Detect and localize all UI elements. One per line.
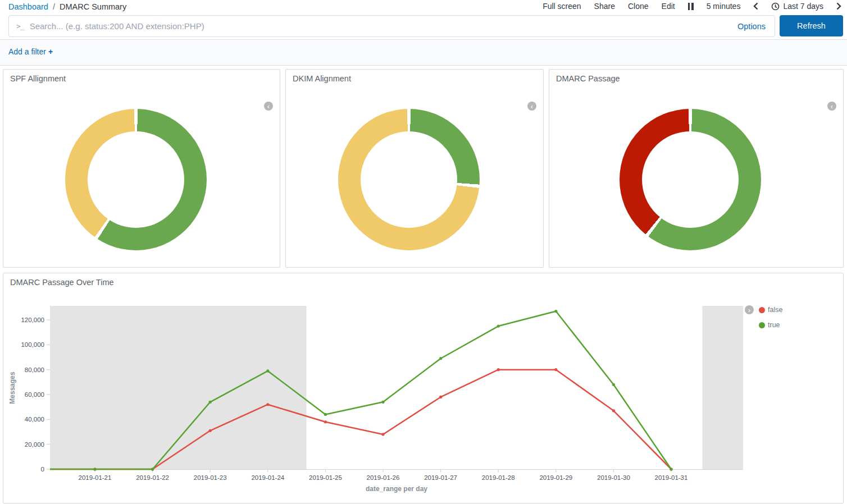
breadcrumb-separator: / — [53, 2, 55, 11]
filter-bar: Add a filter+ — [0, 39, 847, 66]
chevron-right-icon: › — [748, 306, 750, 314]
legend-collapse-button[interactable]: ‹ — [527, 102, 536, 111]
svg-text:2019-01-29: 2019-01-29 — [539, 474, 572, 481]
dkim-alignment-panel: DKIM Alignment ‹ — [285, 69, 544, 268]
svg-text:2019-01-25: 2019-01-25 — [309, 474, 342, 481]
query-prompt-icon: >_ — [16, 22, 24, 30]
nav-actions: Full screen Share Clone Edit 5 minutes L… — [543, 2, 841, 11]
legend-label: false — [768, 306, 782, 314]
svg-text:2019-01-22: 2019-01-22 — [136, 474, 169, 481]
svg-text:2019-01-24: 2019-01-24 — [251, 474, 284, 481]
chevron-left-icon: ‹ — [831, 103, 833, 110]
svg-text:40,000: 40,000 — [25, 416, 44, 423]
refresh-button[interactable]: Refresh — [780, 15, 843, 36]
legend-item-false[interactable]: false — [759, 306, 782, 314]
spf-alignment-panel: SPF Allignment ‹ — [3, 69, 280, 268]
time-forward-chevron-icon[interactable] — [836, 2, 841, 10]
top-nav-bar: Dashboard / DMARC Summary Full screen Sh… — [0, 0, 847, 14]
svg-text:0: 0 — [41, 466, 44, 473]
svg-text:2019-01-28: 2019-01-28 — [482, 474, 515, 481]
svg-text:2019-01-27: 2019-01-27 — [424, 474, 457, 481]
chevron-left-icon: ‹ — [267, 103, 270, 110]
legend-expand-button[interactable]: › — [745, 305, 754, 314]
timeline-chart[interactable]: 020,00040,00060,00080,000100,000120,0002… — [3, 273, 844, 504]
time-range-label: Last 7 days — [783, 2, 823, 11]
clock-icon — [771, 2, 780, 11]
dkim-donut-chart[interactable] — [338, 109, 480, 250]
legend-collapse-button[interactable]: ‹ — [264, 102, 273, 111]
legend-collapse-button[interactable]: ‹ — [827, 102, 836, 111]
legend-color-dot — [759, 307, 765, 313]
svg-text:date_range per day: date_range per day — [366, 485, 427, 493]
panel-title: DKIM Alignment — [293, 74, 351, 83]
chevron-left-icon: ‹ — [531, 103, 533, 110]
time-back-chevron-icon[interactable] — [753, 2, 758, 10]
query-bar: >_ Options — [8, 15, 775, 37]
svg-text:Messages: Messages — [8, 372, 16, 404]
panel-title: DMARC Passage — [556, 74, 620, 83]
add-filter-label: Add a filter — [8, 47, 46, 56]
breadcrumb-dashboard-link[interactable]: Dashboard — [8, 2, 48, 11]
svg-text:2019-01-23: 2019-01-23 — [194, 474, 227, 481]
dmarc-donut-chart[interactable] — [620, 109, 761, 250]
clone-button[interactable]: Clone — [628, 2, 649, 11]
pause-refresh-icon[interactable] — [688, 3, 694, 10]
legend-color-dot — [759, 322, 765, 328]
svg-text:2019-01-30: 2019-01-30 — [597, 474, 630, 481]
svg-text:2019-01-21: 2019-01-21 — [79, 474, 112, 481]
legend-label: true — [768, 321, 780, 329]
svg-text:80,000: 80,000 — [25, 366, 44, 373]
chart-legend: false true — [759, 306, 782, 336]
time-range-picker[interactable]: Last 7 days — [771, 2, 823, 11]
edit-button[interactable]: Edit — [662, 2, 675, 11]
options-link[interactable]: Options — [737, 22, 766, 31]
svg-text:2019-01-26: 2019-01-26 — [367, 474, 400, 481]
page-title: DMARC Summary — [60, 2, 126, 11]
dashboard-page: Dashboard / DMARC Summary Full screen Sh… — [0, 0, 847, 504]
refresh-interval-label[interactable]: 5 minutes — [707, 2, 741, 11]
dmarc-passage-panel: DMARC Passage ‹ — [549, 69, 844, 268]
panel-title: SPF Allignment — [10, 74, 66, 83]
svg-text:2019-01-31: 2019-01-31 — [655, 474, 688, 481]
plus-icon: + — [48, 47, 53, 56]
svg-text:120,000: 120,000 — [21, 317, 44, 323]
add-filter-link[interactable]: Add a filter+ — [8, 47, 53, 56]
svg-text:60,000: 60,000 — [25, 391, 44, 398]
full-screen-button[interactable]: Full screen — [543, 2, 581, 11]
legend-item-true[interactable]: true — [759, 321, 782, 329]
svg-text:20,000: 20,000 — [25, 441, 44, 448]
svg-text:100,000: 100,000 — [21, 341, 44, 348]
spf-donut-chart[interactable] — [65, 109, 207, 250]
dmarc-over-time-panel: DMARC Passage Over Time 020,00040,00060,… — [3, 273, 844, 503]
search-input[interactable] — [30, 21, 737, 31]
share-button[interactable]: Share — [594, 2, 615, 11]
breadcrumb: Dashboard / DMARC Summary — [8, 2, 126, 11]
